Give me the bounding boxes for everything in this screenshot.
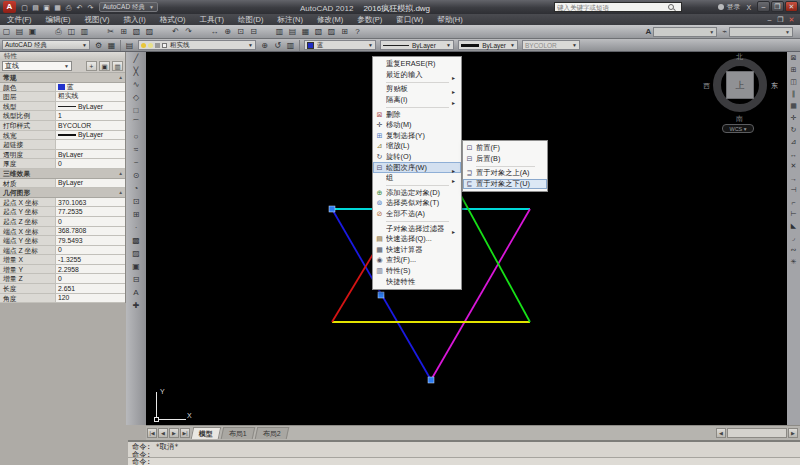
doc-restore-button[interactable]: ❐ [775, 16, 786, 24]
submenu-item-bring-above-objects[interactable]: ⊒ 置于对象之上(A) [463, 168, 547, 179]
property-row[interactable]: 角度 120 [0, 294, 125, 304]
markup-icon[interactable]: ▨ [326, 26, 338, 38]
pickadd-toggle-button[interactable]: + [86, 61, 97, 71]
layer-previous-icon[interactable]: ↺ [272, 39, 284, 51]
property-row[interactable]: 起点 Z 坐标 0 [0, 217, 125, 227]
make-object-layer-current-icon[interactable]: ⊕ [259, 39, 271, 51]
save-icon[interactable]: ▣ [41, 2, 52, 13]
menu-tools[interactable]: 工具(T) [193, 14, 232, 25]
tab-layout1[interactable]: 布局1 [221, 427, 255, 439]
select-objects-button[interactable]: ▣ [99, 61, 110, 71]
menu-item-copy-selection[interactable]: ⊞ 复制选择(Y) [373, 131, 461, 142]
break-point-icon[interactable]: ⊣ [788, 184, 799, 196]
break-icon[interactable]: ⌐ [788, 196, 799, 208]
horizontal-scrollbar[interactable]: ◀ ▶ [716, 428, 798, 438]
menu-item-repeat-erase[interactable]: 重复ERASE(R) [373, 59, 461, 70]
region-icon[interactable]: ▣ [130, 260, 143, 273]
toolbar-button[interactable] [40, 26, 52, 38]
property-row[interactable]: 增量 Z 0 [0, 274, 125, 284]
copy-icon[interactable]: ⊞ [788, 64, 799, 76]
menu-item-scale[interactable]: ⊿ 缩放(L) [373, 141, 461, 152]
menu-item-erase[interactable]: ⊠ 删除 [373, 109, 461, 120]
property-row[interactable]: 打印样式 BYCOLOR [0, 121, 125, 131]
zoom-previous-icon[interactable]: ⊟ [248, 26, 260, 38]
menu-dimension[interactable]: 标注(N) [271, 14, 310, 25]
plot-icon[interactable]: ⎙ [53, 26, 65, 38]
viewcube[interactable]: 上 北 南 西 东 [707, 54, 773, 120]
designcenter-icon[interactable]: ▤ [287, 26, 299, 38]
workspace-settings-icon[interactable]: ⚙ [93, 39, 105, 51]
property-row[interactable]: 线型 ByLayer [0, 102, 125, 112]
point-icon[interactable]: · [130, 221, 143, 234]
fillet-icon[interactable]: ◞ [788, 232, 799, 244]
property-row[interactable]: 增量 X -1.3255 [0, 255, 125, 265]
saveas-icon[interactable]: ▦ [52, 2, 63, 13]
text-style-dropdown[interactable]: ▼ [653, 27, 717, 37]
redo-icon[interactable]: ↷ [85, 2, 96, 13]
layer-properties-icon[interactable]: ▤ [124, 39, 136, 51]
tab-first-button[interactable]: |◀ [147, 428, 157, 438]
menu-help[interactable]: 帮助(H) [430, 14, 469, 25]
lineweight-dropdown[interactable]: ByLayer ▼ [458, 40, 518, 50]
tool-palettes-icon[interactable]: ▦ [300, 26, 312, 38]
menu-format[interactable]: 格式(O) [153, 14, 193, 25]
plotstyle-dropdown[interactable]: BYCOLOR ▼ [522, 40, 580, 50]
trim-icon[interactable]: ✕ [788, 160, 799, 172]
tab-model[interactable]: 模型 [191, 427, 222, 439]
viewcube-north-label[interactable]: 北 [736, 52, 743, 62]
scroll-left-icon[interactable]: ◀ [716, 428, 726, 438]
open-icon[interactable]: ▤ [14, 26, 26, 38]
scale-icon[interactable]: ⊿ [788, 136, 799, 148]
property-row[interactable]: 端点 Y 坐标 79.5493 [0, 236, 125, 246]
rectangle-icon[interactable]: □ [130, 104, 143, 117]
menu-item-add-selected[interactable]: ⊕ 添加选定对象(D) [373, 188, 461, 199]
menu-item-draw-order[interactable]: ⊟ 绘图次序(W) [373, 162, 461, 173]
restore-button[interactable]: ❐ [771, 1, 784, 12]
stretch-icon[interactable]: ↔ [788, 148, 799, 160]
menu-view[interactable]: 视图(V) [78, 14, 117, 25]
make-block-icon[interactable]: ⊞ [130, 208, 143, 221]
sheet-set-icon[interactable]: ▧ [313, 26, 325, 38]
toolbar-button[interactable] [92, 26, 104, 38]
match-properties-icon[interactable]: ▨ [144, 26, 156, 38]
property-row[interactable]: 起点 Y 坐标 77.2535 [0, 207, 125, 217]
command-input[interactable]: 命令: [128, 457, 800, 465]
wcs-dropdown[interactable]: WCS ▾ [722, 124, 754, 133]
palette-title[interactable]: 特性 [0, 52, 125, 60]
submenu-item-bring-to-front[interactable]: ⊡ 前置(F) [463, 143, 547, 154]
layer-dropdown[interactable]: 粗实线 ▼ [138, 40, 256, 50]
save-workspace-icon[interactable]: ▦ [106, 39, 118, 51]
menu-item-isolate[interactable]: 隔离(I) [373, 95, 461, 106]
grip-handle[interactable] [378, 292, 384, 298]
close-button[interactable]: ✕ [785, 1, 798, 12]
chamfer-icon[interactable]: ◣ [788, 220, 799, 232]
autocad-logo-icon[interactable]: A [3, 1, 16, 13]
property-row[interactable]: 长度 2.651 [0, 284, 125, 294]
mirror-icon[interactable]: ◫ [788, 76, 799, 88]
viewcube-south-label[interactable]: 南 [736, 114, 743, 124]
plot-preview-icon[interactable]: ◫ [66, 26, 78, 38]
scroll-right-icon[interactable]: ▶ [788, 428, 798, 438]
viewcube-top-face[interactable]: 上 [726, 71, 754, 99]
menu-modify[interactable]: 修改(M) [310, 14, 350, 25]
property-row[interactable]: 三维效果 ▴ [0, 169, 125, 179]
signin-button[interactable]: 登录 [718, 2, 740, 12]
redo-icon[interactable]: ↷ [183, 26, 195, 38]
menu-item-rotate[interactable]: ↻ 旋转(O) [373, 152, 461, 163]
property-row[interactable]: 透明度 ByLayer [0, 150, 125, 160]
search-icon[interactable] [667, 3, 675, 11]
line-icon[interactable]: ╱ [130, 52, 143, 65]
spline-icon[interactable]: ~ [130, 156, 143, 169]
erase-icon[interactable]: ⊠ [788, 52, 799, 64]
help-icon[interactable]: ? [352, 26, 364, 38]
toolbar-button[interactable] [196, 26, 208, 38]
tab-prev-button[interactable]: ◀ [158, 428, 168, 438]
search-input[interactable] [555, 3, 667, 11]
insert-block-icon[interactable]: ⊡ [130, 195, 143, 208]
open-icon[interactable]: ▤ [30, 2, 41, 13]
minimize-button[interactable]: – [757, 1, 770, 12]
save-icon[interactable]: ▣ [27, 26, 39, 38]
menu-insert[interactable]: 插入(I) [117, 14, 153, 25]
viewcube-east-label[interactable]: 东 [771, 81, 778, 91]
pan-icon[interactable]: ↔ [209, 26, 221, 38]
